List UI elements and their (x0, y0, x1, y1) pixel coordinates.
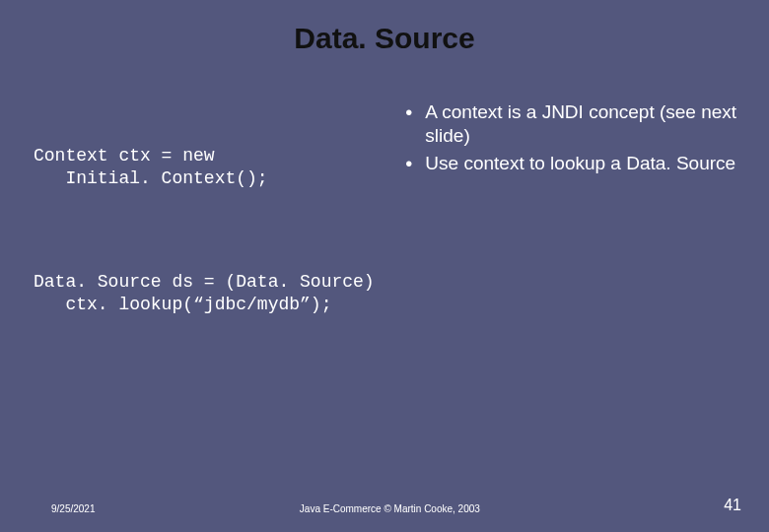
slide: Data. Source Context ctx = new Initial. … (0, 0, 769, 532)
bullet-item: A context is a JNDI concept (see next sl… (401, 100, 741, 148)
code-block-1: Context ctx = new Initial. Context(); (34, 145, 401, 189)
bullet-area: A context is a JNDI concept (see next sl… (401, 100, 741, 360)
code-line: ctx. lookup(“jdbc/mydb”); (34, 295, 331, 314)
footer-copyright: Java E-Commerce © Martin Cooke, 2003 (56, 503, 725, 514)
code-line: Context ctx = new (34, 146, 215, 166)
bullet-list: A context is a JNDI concept (see next sl… (401, 100, 741, 174)
code-block-2: Data. Source ds = (Data. Source) ctx. lo… (34, 271, 401, 315)
slide-title: Data. Source (0, 0, 769, 55)
footer-page-number: 41 (724, 497, 741, 514)
slide-footer: 9/25/2021 Java E-Commerce © Martin Cooke… (0, 497, 769, 514)
bullet-item: Use context to lookup a Data. Source (401, 152, 741, 175)
code-area: Context ctx = new Initial. Context(); Da… (34, 100, 401, 360)
code-line: Initial. Context(); (34, 168, 268, 188)
slide-content: Context ctx = new Initial. Context(); Da… (0, 100, 769, 360)
code-line: Data. Source ds = (Data. Source) (34, 272, 375, 292)
